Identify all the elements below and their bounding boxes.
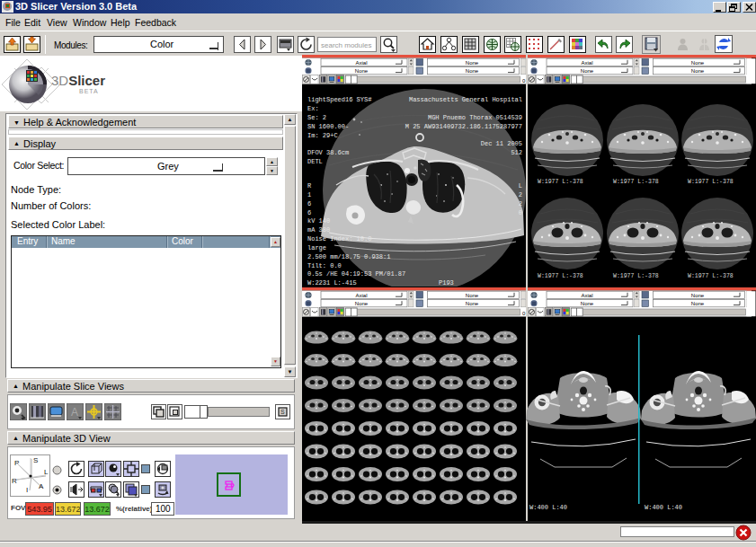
svg-text:W:1977 L:-378: W:1977 L:-378	[613, 179, 659, 185]
svg-text:2: 2	[519, 200, 522, 207]
svg-text:P193: P193	[439, 279, 454, 287]
svg-text:Dec 11 2005: Dec 11 2005	[481, 140, 522, 147]
svg-text:Im: 29+C: Im: 29+C	[307, 132, 338, 139]
svg-text:P: P	[14, 459, 19, 467]
svg-text:SN 1600.00-: SN 1600.00-	[307, 123, 349, 130]
svg-text:DETL: DETL	[307, 158, 323, 165]
svg-text:1: 1	[307, 191, 311, 199]
svg-text:M 25 AW931409732.186.11752879: M 25 AW931409732.186.1175287977	[405, 123, 522, 130]
svg-text:lightSpeed16 SYS#: lightSpeed16 SYS#	[307, 96, 371, 103]
svg-text:S: S	[280, 409, 285, 415]
svg-text:W:1977 L:-378: W:1977 L:-378	[538, 273, 583, 279]
svg-text:W:400 L:40: W:400 L:40	[529, 504, 567, 511]
svg-text:large: large	[307, 244, 326, 251]
svg-text:MGH Pnuemo Thorax 0514539: MGH Pnuemo Thorax 0514539	[428, 114, 522, 121]
svg-text:Noise Index: 10.0: Noise Index: 10.0	[307, 235, 371, 243]
svg-text:2: 2	[519, 191, 522, 199]
svg-text:W:1977 L:-378: W:1977 L:-378	[538, 179, 583, 185]
svg-text:0: 0	[519, 209, 522, 216]
svg-text:mA 380: mA 380	[307, 226, 330, 234]
svg-text:W:2231 L:-415: W:2231 L:-415	[307, 279, 357, 287]
svg-text:2.500 mm/18.75 0.938:1: 2.500 mm/18.75 0.938:1	[307, 253, 390, 260]
svg-text:Se: 2: Se: 2	[307, 114, 326, 121]
svg-text:W:1977 L:-378: W:1977 L:-378	[613, 273, 659, 279]
svg-text:DFOV 38.6cm: DFOV 38.6cm	[307, 149, 349, 156]
svg-text:512: 512	[511, 149, 522, 156]
svg-text:6: 6	[307, 209, 311, 216]
svg-text:0.5s /HE 04:19:53 PM/01.87: 0.5s /HE 04:19:53 PM/01.87	[307, 270, 405, 278]
svg-text:R: R	[12, 477, 17, 485]
svg-text:L: L	[44, 468, 49, 476]
svg-text:Tilt: 0.0: Tilt: 0.0	[307, 262, 342, 269]
svg-text:A: A	[71, 406, 78, 419]
svg-text:S: S	[33, 456, 38, 464]
svg-text:I: I	[26, 486, 28, 494]
svg-text:kV 140: kV 140	[307, 217, 330, 225]
svg-text:Ex:: Ex:	[307, 105, 319, 112]
svg-text:W:1977 L:-378: W:1977 L:-378	[688, 179, 734, 185]
svg-text:W:400 L:40: W:400 L:40	[645, 504, 682, 511]
svg-text:A: A	[39, 482, 44, 490]
svg-text:Massachusetts General Hospital: Massachusetts General Hospital	[409, 96, 522, 103]
svg-text:W:1977 L:-378: W:1977 L:-378	[688, 273, 734, 279]
svg-text:6: 6	[307, 200, 311, 207]
svg-text:L: L	[519, 182, 522, 190]
